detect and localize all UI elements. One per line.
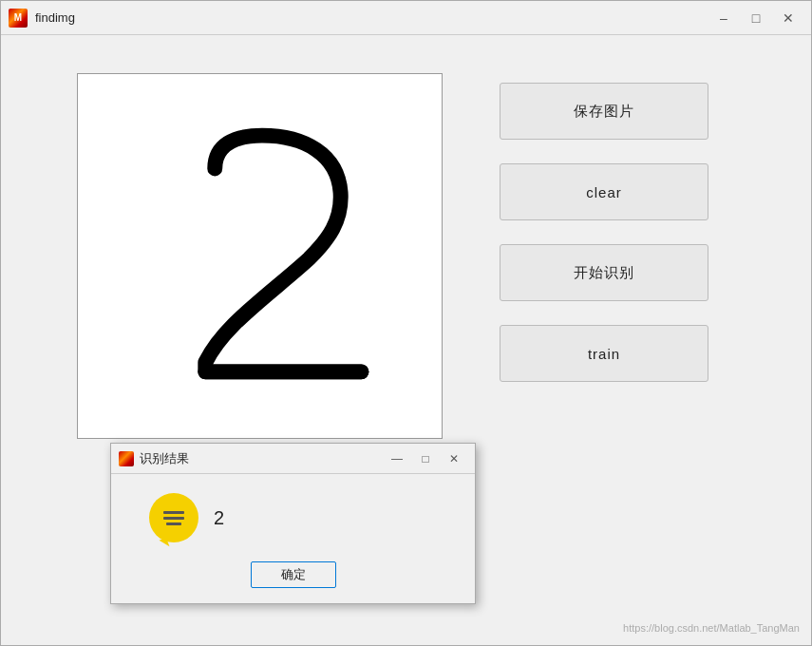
message-icon-lines [163,511,184,525]
save-image-button[interactable]: 保存图片 [500,83,708,140]
dialog-maximize-button[interactable]: □ [412,448,439,469]
dialog-ok-button[interactable]: 确定 [251,561,336,588]
recognition-result: 2 [214,507,224,529]
app-icon: M [9,9,28,28]
msg-line-1 [163,511,184,514]
main-window: M findimg – □ ✕ 保存图片 clear 开始识别 train [0,0,812,646]
msg-line-3 [166,522,181,525]
dialog-body: 2 确定 [111,474,475,603]
train-button[interactable]: train [500,325,708,382]
buttons-panel: 保存图片 clear 开始识别 train [500,73,773,382]
start-recognition-button[interactable]: 开始识别 [500,244,708,301]
clear-button[interactable]: clear [500,163,708,220]
minimize-button[interactable]: – [708,7,739,29]
dialog-content-row: 2 [130,493,456,542]
dialog-close-button[interactable]: ✕ [441,448,467,469]
digit-svg [78,74,442,438]
window-title: findimg [35,10,708,25]
recognition-dialog: 识别结果 — □ ✕ 2 确 [110,443,476,604]
dialog-minimize-button[interactable]: — [384,448,410,469]
msg-line-2 [163,517,184,520]
dialog-controls: — □ ✕ [384,448,467,469]
watermark-text: https://blog.csdn.net/Matlab_TangMan [623,622,800,634]
dialog-title-bar: 识别结果 — □ ✕ [111,444,475,474]
message-icon [149,493,198,542]
drawing-canvas[interactable] [77,73,443,439]
close-button[interactable]: ✕ [773,7,803,29]
main-content: 保存图片 clear 开始识别 train [1,35,811,467]
maximize-button[interactable]: □ [741,7,771,29]
dialog-app-icon [119,451,134,466]
window-controls: – □ ✕ [708,7,803,29]
dialog-title: 识别结果 [140,450,384,467]
title-bar: M findimg – □ ✕ [1,1,811,35]
